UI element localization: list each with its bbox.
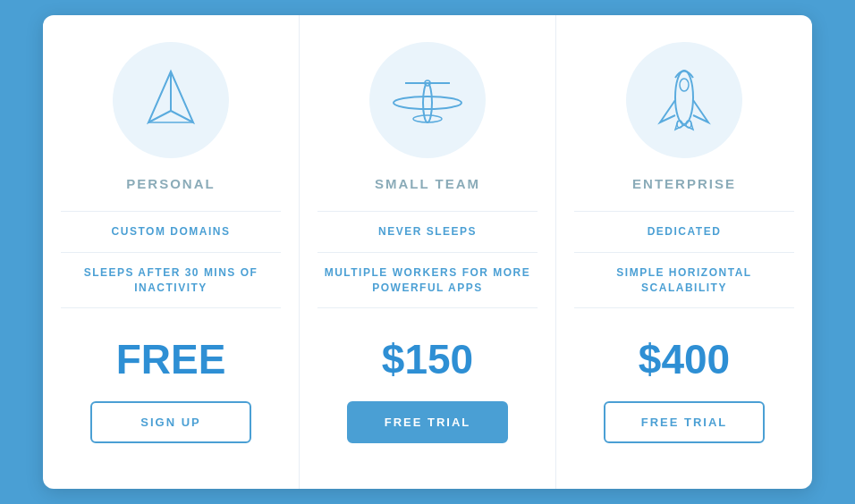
small-team-plan-name: SMALL TEAM	[375, 176, 480, 191]
small-team-price: $150	[382, 335, 473, 383]
enterprise-plan-name: ENTERPRISE	[632, 176, 736, 191]
airplane-icon	[387, 69, 468, 131]
enterprise-icon-circle	[626, 42, 742, 158]
divider-3	[61, 307, 281, 308]
svg-point-9	[680, 79, 689, 91]
pricing-container: PERSONAL CUSTOM DOMAINS SLEEPS AFTER 30 …	[43, 15, 812, 489]
divider-7	[574, 211, 794, 212]
divider-9	[574, 307, 794, 308]
enterprise-feature-2: SIMPLE HORIZONTAL SCALABILITY	[574, 265, 794, 296]
divider-1	[61, 211, 281, 212]
small-team-feature-2: MULTIPLE WORKERS FOR MORE POWERFUL APPS	[317, 265, 538, 296]
personal-signup-button[interactable]: SIGN UP	[90, 401, 251, 443]
paper-plane-icon	[140, 64, 202, 136]
enterprise-price: $400	[639, 335, 730, 383]
divider-8	[574, 252, 794, 253]
enterprise-free-trial-button[interactable]: FREE TRIAL	[604, 401, 765, 443]
divider-5	[317, 252, 538, 253]
svg-point-4	[394, 97, 461, 109]
svg-point-3	[423, 83, 432, 122]
small-team-free-trial-button[interactable]: FREE TRIAL	[347, 401, 508, 443]
small-team-feature-1: NEVER SLEEPS	[378, 224, 477, 239]
svg-point-5	[413, 115, 442, 122]
plan-personal: PERSONAL CUSTOM DOMAINS SLEEPS AFTER 30 …	[43, 15, 300, 489]
personal-plan-name: PERSONAL	[126, 176, 215, 191]
shuttle-icon	[651, 60, 718, 140]
plan-enterprise: ENTERPRISE DEDICATED SIMPLE HORIZONTAL S…	[556, 15, 812, 489]
enterprise-feature-1: DEDICATED	[648, 224, 722, 239]
divider-4	[317, 211, 538, 212]
divider-2	[61, 252, 281, 253]
personal-price: FREE	[116, 335, 226, 383]
plan-small-team: SMALL TEAM NEVER SLEEPS MULTIPLE WORKERS…	[300, 15, 556, 489]
divider-6	[317, 307, 538, 308]
personal-feature-2: SLEEPS AFTER 30 MINS OF INACTIVITY	[61, 265, 281, 296]
small-team-icon-circle	[369, 42, 486, 158]
personal-icon-circle	[113, 42, 229, 158]
personal-feature-1: CUSTOM DOMAINS	[112, 224, 231, 239]
